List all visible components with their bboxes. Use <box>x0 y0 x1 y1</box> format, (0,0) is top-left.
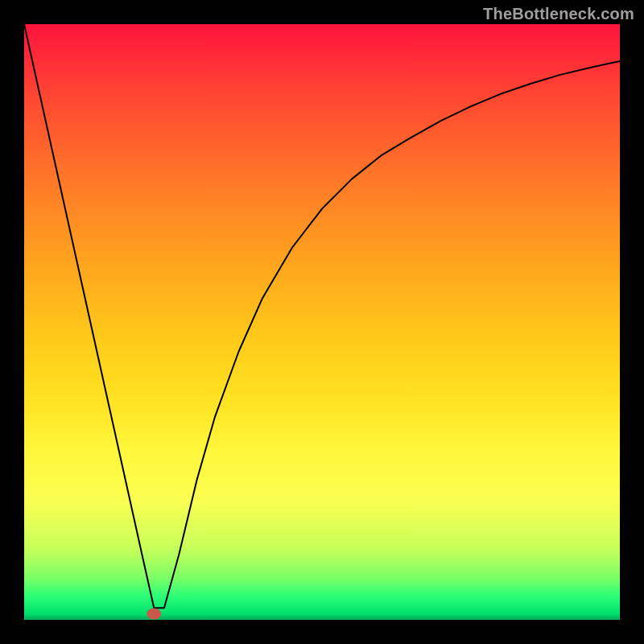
bottleneck-curve <box>24 24 620 608</box>
optimal-point-marker <box>147 609 161 620</box>
plot-area <box>24 24 620 620</box>
watermark-text: TheBottleneck.com <box>483 5 634 23</box>
chart-frame: TheBottleneck.com <box>0 0 644 644</box>
curve-svg <box>24 24 620 620</box>
